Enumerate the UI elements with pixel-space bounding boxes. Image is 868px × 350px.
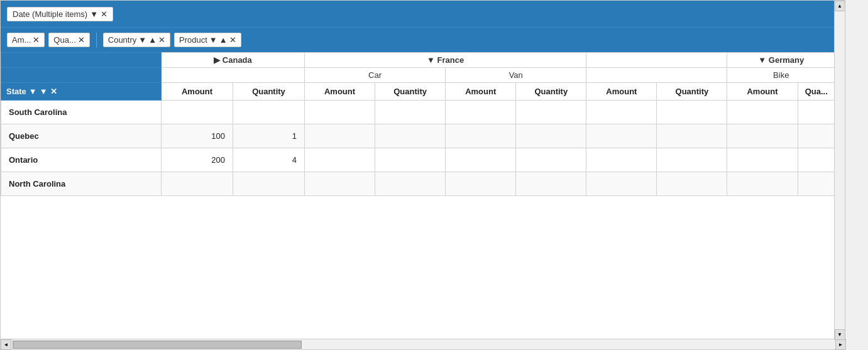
product-dropdown[interactable]: Product ▼ ▲ ✕ — [174, 33, 241, 47]
filter-row-fields: Am... ✕ Qua... ✕ Country ▼ ▲ ✕ Product ▼ — [1, 27, 835, 52]
france-collapse-icon: ▼ — [427, 55, 435, 65]
country-sort-up-icon[interactable]: ▲ — [148, 35, 157, 45]
product-label: Product — [179, 35, 207, 45]
pivot-table-area: ▶ Canada ▼ France ▼ — [1, 52, 835, 340]
state-filter-th[interactable]: State ▼ ▼ ✕ — [1, 83, 162, 101]
van-amount-header: Amount — [446, 83, 516, 101]
state-cell: South Carolina — [1, 101, 162, 124]
car-quantity-cell — [375, 172, 446, 196]
canada-country-header[interactable]: ▶ Canada — [162, 53, 305, 68]
am-chip-close[interactable]: ✕ — [33, 35, 40, 45]
product-filter-icon: ▼ — [209, 35, 217, 45]
country-label: Country — [108, 35, 137, 45]
france-total-header — [586, 53, 727, 68]
france-total-quantity-cell — [657, 172, 727, 196]
table-row: South Carolina — [1, 101, 835, 124]
am-chip-label: Am... — [12, 35, 31, 45]
scroll-left-button[interactable]: ◄ — [1, 339, 11, 341]
canada-quantity-cell — [233, 172, 305, 196]
canada-label: Canada — [222, 55, 252, 65]
france-country-header[interactable]: ▼ France — [305, 53, 586, 68]
country-filter-icon: ▼ — [138, 35, 146, 45]
date-filter-icon: ▼ — [90, 9, 98, 19]
car-amount-header: Amount — [305, 83, 375, 101]
date-filter-close[interactable]: ✕ — [101, 9, 107, 19]
van-amount-cell — [446, 148, 516, 172]
scroll-down-icon: ▼ — [837, 332, 842, 337]
car-label: Car — [368, 70, 382, 80]
car-quantity-cell — [375, 124, 446, 148]
car-product-header: Car — [305, 68, 446, 83]
state-sort-down-icon[interactable]: ▼ — [40, 87, 48, 96]
canada-quantity-cell — [233, 101, 305, 124]
france-total-amount-cell — [586, 101, 657, 124]
state-close-icon[interactable]: ✕ — [50, 87, 57, 96]
date-filter-chip[interactable]: Date (Multiple items) ▼ ✕ — [7, 7, 113, 21]
qua-chip-label: Qua... — [53, 35, 75, 45]
germany-amount-cell — [727, 124, 798, 148]
germany-label: Germany — [769, 55, 804, 65]
car-amount-cell — [305, 172, 375, 196]
state-cell: North Carolina — [1, 172, 162, 196]
country-header-row: ▶ Canada ▼ France ▼ — [1, 53, 835, 68]
table-row: Ontario 200 4 — [1, 148, 835, 172]
germany-amount-cell — [727, 148, 798, 172]
date-filter-label: Date (Multiple items) — [13, 9, 87, 19]
van-amount-cell — [446, 101, 516, 124]
van-product-header: Van — [446, 68, 586, 83]
canada-product-spacer — [162, 68, 305, 83]
car-amount-cell — [305, 148, 375, 172]
france-total-quantity-cell — [657, 101, 727, 124]
canada-amount-header: Amount — [162, 83, 233, 101]
van-quantity-cell — [516, 124, 586, 148]
scroll-down-button[interactable]: ▼ — [835, 329, 845, 340]
qua-chip[interactable]: Qua... ✕ — [48, 33, 89, 47]
france-total-quantity-cell — [657, 124, 727, 148]
horizontal-scrollbar[interactable]: ◄ ► — [1, 339, 835, 340]
france-total-product-spacer — [586, 68, 727, 83]
scroll-up-button[interactable]: ▲ — [835, 1, 845, 11]
table-row: North Carolina — [1, 172, 835, 196]
germany-amount-cell — [727, 101, 798, 124]
state-cell: Quebec — [1, 124, 162, 148]
van-amount-cell — [446, 124, 516, 148]
column-names-row: State ▼ ▼ ✕ Amount Quantity Amount Quant… — [1, 83, 835, 101]
canada-amount-cell — [162, 172, 233, 196]
car-quantity-cell — [375, 101, 446, 124]
vertical-scrollbar[interactable]: ▲ ▼ — [834, 1, 845, 340]
canada-quantity-header: Quantity — [233, 83, 305, 101]
canada-amount-cell — [162, 101, 233, 124]
state-filter-icon: ▼ — [29, 87, 37, 96]
product-header-row: Car Van Bike — [1, 68, 835, 83]
state-filter-chip[interactable]: State ▼ ▼ ✕ — [6, 87, 156, 96]
product-sort-up-icon[interactable]: ▲ — [219, 35, 228, 45]
germany-quantity-header: Qua... — [798, 83, 835, 101]
germany-quantity-cell — [798, 124, 835, 148]
france-total-amount-cell — [586, 124, 657, 148]
france-total-amount-cell — [586, 148, 657, 172]
canada-quantity-cell: 1 — [233, 124, 305, 148]
germany-collapse-icon: ▼ — [758, 55, 766, 65]
germany-quantity-cell — [798, 148, 835, 172]
product-state-spacer — [1, 68, 162, 83]
van-quantity-cell — [516, 172, 586, 196]
product-close-icon[interactable]: ✕ — [229, 35, 236, 45]
filter-row-date: Date (Multiple items) ▼ ✕ — [1, 1, 835, 27]
country-dropdown[interactable]: Country ▼ ▲ ✕ — [103, 33, 170, 47]
scroll-track — [835, 11, 845, 329]
scroll-up-icon: ▲ — [837, 3, 842, 9]
car-quantity-header: Quantity — [375, 83, 446, 101]
van-amount-cell — [446, 172, 516, 196]
van-quantity-header: Quantity — [516, 83, 586, 101]
canada-expand-icon: ▶ — [214, 55, 220, 65]
country-close-icon[interactable]: ✕ — [158, 35, 165, 45]
germany-amount-cell — [727, 172, 798, 196]
am-chip[interactable]: Am... ✕ — [7, 33, 45, 47]
france-total-amount-header: Amount — [586, 83, 657, 101]
car-amount-cell — [305, 101, 375, 124]
germany-quantity-cell — [798, 172, 835, 196]
state-cell: Ontario — [1, 148, 162, 172]
canada-quantity-cell: 4 — [233, 148, 305, 172]
germany-country-header[interactable]: ▼ Germany — [727, 53, 835, 68]
qua-chip-close[interactable]: ✕ — [78, 35, 85, 45]
